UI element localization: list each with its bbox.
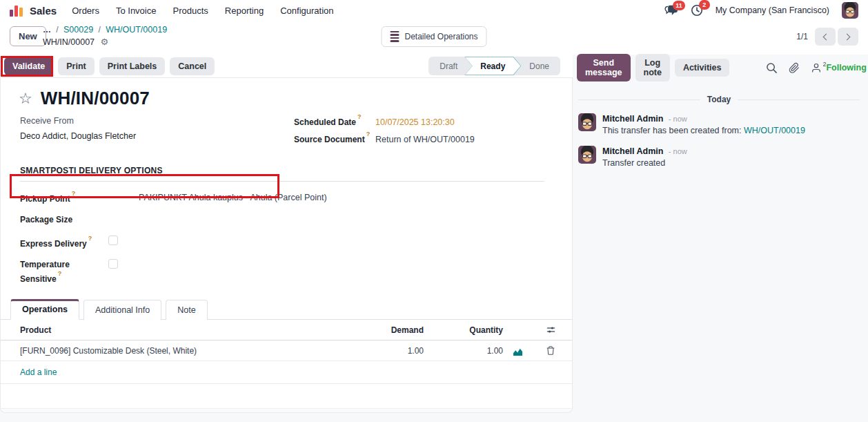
express-delivery-label: Express Delivery? — [20, 236, 99, 250]
quantity-cell[interactable]: 1.00 — [426, 341, 506, 361]
message-link-wh-out[interactable]: WH/OUT/00019 — [744, 126, 805, 135]
messages-icon[interactable]: 11 — [664, 5, 678, 17]
detailed-operations-button[interactable]: Detailed Operations — [381, 26, 486, 47]
print-labels-button[interactable]: Print Labels — [99, 57, 166, 75]
notebook-tabs: Operations Additional Info Note — [1, 299, 572, 320]
cancel-button[interactable]: Cancel — [170, 57, 215, 75]
message-item: Mitchell Admin - now This transfer has b… — [578, 113, 860, 137]
activities-badge: 2 — [699, 0, 710, 10]
breadcrumb: … / S00029 / WH/OUT/00019 WH/IN/00007 ⚙ — [43, 24, 167, 48]
product-cell[interactable]: [FURN_0096] Customizable Desk (Steel, Wh… — [1, 341, 344, 361]
activities-button[interactable]: Activities — [675, 59, 730, 77]
message-author[interactable]: Mitchell Admin — [602, 114, 663, 124]
message-feed: Today Mitchel — [573, 95, 868, 169]
list-icon — [390, 31, 399, 42]
followers-icon[interactable]: 2 — [811, 62, 826, 74]
print-button[interactable]: Print — [58, 57, 94, 75]
favorite-star-icon[interactable]: ☆ — [19, 91, 32, 106]
attachments-paperclip-icon[interactable] — [789, 62, 800, 74]
activities-clock-icon[interactable]: 2 — [691, 4, 703, 17]
scheduled-date-value[interactable]: 10/07/2025 13:20:30 — [375, 117, 455, 127]
help-marker: ? — [58, 270, 62, 277]
pickup-point-row: Pickup Point? PAKIPUNKT Ahula kauplus - … — [20, 193, 572, 204]
pager-count: 1/1 — [796, 32, 808, 41]
breadcrumb-link-s00029[interactable]: S00029 — [63, 25, 93, 35]
express-delivery-row: Express Delivery? — [20, 236, 572, 250]
new-button[interactable]: New — [10, 26, 46, 46]
chatter-panel: Send message Log note Activities 2 Follo… — [573, 55, 868, 422]
status-step-ready[interactable]: Ready — [464, 57, 521, 75]
odoo-inventory-transfer-screen: Sales Orders To Invoice Products Reporti… — [0, 0, 868, 422]
column-header-product: Product — [1, 320, 344, 340]
company-switcher[interactable]: My Company (San Francisco) — [716, 6, 829, 15]
smartposti-section-title: SMARTPOSTI DELIVERY OPTIONS — [20, 166, 553, 175]
messages-badge: 11 — [673, 1, 685, 10]
followers-count: 2 — [822, 61, 826, 68]
pager-next-button[interactable] — [838, 28, 858, 46]
nav-item-configuration[interactable]: Configuration — [280, 6, 333, 16]
table-row: [FURN_0096] Customizable Desk (Steel, Wh… — [1, 341, 572, 361]
operations-table: Product Demand Quantity [FURN_0096] Cust… — [1, 320, 572, 413]
message-text: Transfer created — [602, 157, 687, 169]
column-header-quantity: Quantity — [426, 320, 506, 340]
log-note-button[interactable]: Log note — [635, 54, 670, 81]
breadcrumb-link-wh-out[interactable]: WH/OUT/00019 — [106, 25, 167, 35]
help-marker: ? — [72, 190, 76, 197]
empty-table-row — [1, 409, 572, 413]
status-step-draft[interactable]: Draft — [428, 57, 473, 75]
tab-operations[interactable]: Operations — [10, 299, 79, 320]
demand-cell[interactable]: 1.00 — [344, 341, 426, 361]
nav-item-products[interactable]: Products — [172, 6, 208, 16]
action-gear-icon[interactable]: ⚙ — [100, 37, 108, 47]
date-divider: Today — [578, 95, 860, 104]
empty-table-row — [1, 384, 572, 409]
app-name[interactable]: Sales — [30, 5, 57, 17]
sales-app-icon[interactable] — [10, 4, 23, 17]
temperature-sensitive-row: Temperature Sensitive? — [20, 259, 572, 285]
express-delivery-checkbox[interactable] — [108, 236, 118, 245]
breadcrumb-current: WH/IN/00007 — [43, 37, 95, 47]
message-avatar — [578, 146, 596, 164]
validate-button[interactable]: Validate — [4, 57, 53, 75]
package-size-row: Package Size — [20, 215, 572, 224]
statusbar: Draft Ready Done — [428, 57, 560, 75]
column-header-demand: Demand — [344, 320, 426, 340]
help-marker: ? — [357, 113, 362, 120]
tab-additional-info[interactable]: Additional Info — [83, 300, 161, 320]
receive-from-label: Receive From — [20, 116, 277, 126]
pager: 1/1 — [796, 28, 858, 46]
pickup-point-label: Pickup Point? — [20, 193, 139, 204]
add-a-line-link[interactable]: Add a line — [1, 361, 572, 384]
pager-previous-button[interactable] — [815, 28, 836, 46]
source-document-label: Source Document? — [294, 133, 375, 144]
breadcrumb-bar: New … / S00029 / WH/OUT/00019 WH/IN/0000… — [0, 21, 868, 54]
top-nav: Sales Orders To Invoice Products Reporti… — [0, 0, 868, 21]
chevron-right-icon — [844, 33, 851, 40]
temperature-sensitive-label: Temperature Sensitive? — [20, 259, 99, 285]
receive-from-value[interactable]: Deco Addict, Douglas Fletcher — [20, 131, 277, 141]
source-document-value[interactable]: Return of WH/OUT/00019 — [375, 135, 475, 144]
nav-item-orders[interactable]: Orders — [72, 6, 99, 16]
scheduled-date-label: Scheduled Date? — [294, 116, 375, 127]
forecast-chart-icon[interactable] — [506, 343, 529, 359]
user-avatar[interactable] — [842, 2, 858, 19]
delete-row-icon[interactable] — [529, 341, 572, 361]
pickup-point-value[interactable]: PAKIPUNKT Ahula kauplus - Ahula (Parcel … — [139, 193, 327, 202]
breadcrumb-ellipsis[interactable]: … — [43, 25, 51, 35]
nav-item-to-invoice[interactable]: To Invoice — [116, 6, 157, 16]
section-divider — [20, 181, 544, 182]
message-text: This transfer has been created from: WH/… — [602, 125, 805, 137]
following-toggle[interactable]: Following — [826, 63, 866, 73]
send-message-button[interactable]: Send message — [577, 54, 631, 81]
optional-columns-icon[interactable] — [529, 320, 572, 340]
message-item: Mitchell Admin - now Transfer created — [578, 146, 860, 169]
tab-note[interactable]: Note — [166, 300, 207, 320]
temperature-sensitive-checkbox[interactable] — [108, 259, 118, 269]
chevron-left-icon — [823, 33, 830, 40]
chatter-toolbar: Send message Log note Activities 2 Follo… — [573, 55, 868, 78]
message-author[interactable]: Mitchell Admin — [602, 146, 663, 156]
form-sheet: ☆ WH/IN/00007 Receive From Deco Addict, … — [0, 78, 573, 413]
search-messages-icon[interactable] — [766, 62, 778, 74]
document-title: WH/IN/00007 — [41, 88, 150, 109]
nav-item-reporting[interactable]: Reporting — [225, 6, 264, 16]
